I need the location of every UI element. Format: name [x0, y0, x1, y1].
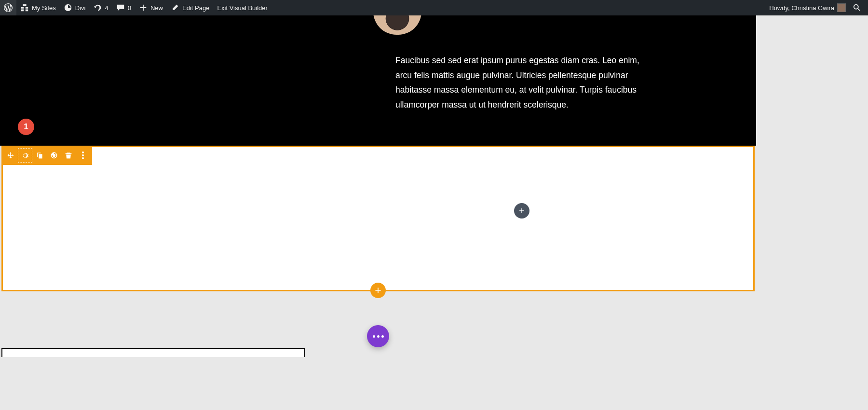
updates-icon	[94, 3, 102, 12]
dashboard-icon	[64, 3, 72, 12]
divi-row[interactable]	[1, 146, 755, 291]
comments-icon	[116, 3, 125, 12]
ellipsis-icon	[373, 335, 384, 338]
exit-visual-builder-link[interactable]: Exit Visual Builder	[213, 0, 271, 15]
my-sites-link[interactable]: My Sites	[16, 0, 60, 15]
annotation-badge-1: 1	[18, 119, 34, 135]
my-sites-label: My Sites	[32, 4, 56, 12]
edit-page-link[interactable]: Edit Page	[167, 0, 213, 15]
admin-bar-left: My Sites Divi 4 0 New	[0, 0, 271, 15]
site-name-link[interactable]: Divi	[60, 0, 90, 15]
pencil-icon	[171, 3, 179, 12]
exit-vb-label: Exit Visual Builder	[217, 4, 268, 12]
save-row-button[interactable]	[49, 150, 59, 161]
comments-link[interactable]: 0	[112, 0, 135, 15]
site-name-label: Divi	[75, 4, 86, 12]
svg-point-0	[82, 151, 84, 153]
add-module-button[interactable]	[514, 203, 529, 219]
hero-body-text: Faucibus sed sed erat ipsum purus egesta…	[395, 53, 646, 112]
comments-count: 0	[128, 4, 131, 12]
svg-point-1	[82, 154, 84, 156]
wp-admin-bar: My Sites Divi 4 0 New	[0, 0, 756, 15]
delete-row-button[interactable]	[63, 150, 74, 161]
duplicate-row-button[interactable]	[34, 150, 45, 161]
partial-bordered-module	[1, 348, 305, 357]
updates-link[interactable]: 4	[90, 0, 112, 15]
row-settings-button[interactable]	[20, 150, 30, 161]
row-toolbar	[1, 146, 92, 165]
edit-page-label: Edit Page	[182, 4, 209, 12]
svg-point-2	[82, 157, 84, 159]
add-row-button[interactable]	[370, 283, 386, 298]
plus-icon	[139, 3, 148, 12]
move-row-button[interactable]	[5, 150, 16, 161]
annotation-badge-1-label: 1	[24, 122, 28, 132]
multisite-icon	[20, 3, 29, 12]
hero-section: Faucibus sed sed erat ipsum purus egesta…	[0, 15, 756, 146]
wordpress-icon	[4, 3, 13, 12]
updates-count: 4	[105, 4, 108, 12]
new-content-link[interactable]: New	[135, 0, 167, 15]
divi-page-settings-fab[interactable]	[367, 325, 389, 347]
new-label: New	[150, 4, 163, 12]
row-more-button[interactable]	[78, 150, 88, 161]
wp-logo[interactable]	[0, 0, 16, 15]
